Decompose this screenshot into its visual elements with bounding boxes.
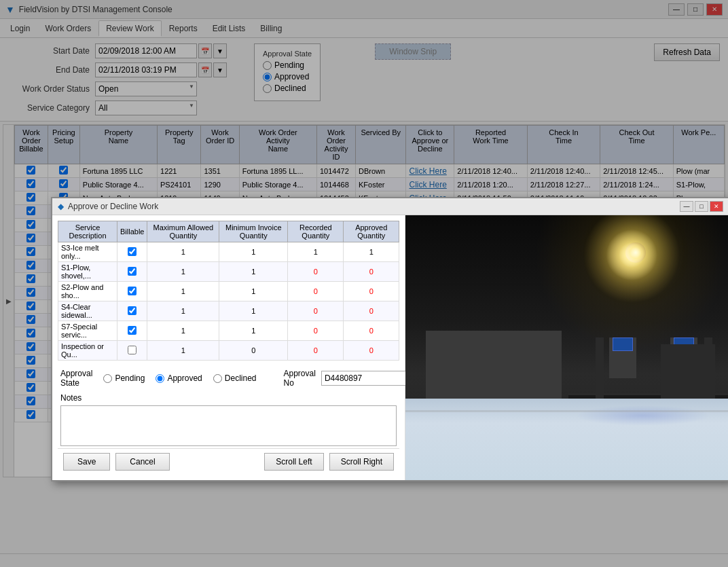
inner-billable-checkbox[interactable] bbox=[128, 306, 136, 315]
min-invoice-cell: 1 bbox=[219, 301, 288, 321]
notes-textarea[interactable] bbox=[60, 405, 397, 446]
inner-table: Service Description Billable Maximum All… bbox=[58, 221, 399, 361]
scroll-left-button[interactable]: Scroll Left bbox=[264, 453, 323, 471]
modal-overlay[interactable]: ◆ Approve or Decline Work — □ ✕ Service … bbox=[0, 0, 728, 567]
recorded-qty-cell: 0 bbox=[288, 341, 344, 361]
min-invoice-cell: 1 bbox=[219, 321, 288, 341]
max-allowed-cell: 1 bbox=[147, 282, 219, 301]
inner-table-row: S7-Special servic... 1 1 0 0 bbox=[58, 321, 399, 341]
max-allowed-cell: 1 bbox=[147, 262, 219, 282]
modal-title-bar: ◆ Approve or Decline Work — □ ✕ bbox=[52, 198, 728, 215]
modal-dialog: ◆ Approve or Decline Work — □ ✕ Service … bbox=[51, 197, 728, 481]
service-desc-cell: S7-Special servic... bbox=[58, 321, 117, 341]
inner-col-recorded: Recorded Quantity bbox=[288, 221, 344, 242]
modal-pending-radio[interactable] bbox=[103, 374, 112, 383]
inner-table-row: S1-Plow, shovel,... 1 1 0 0 bbox=[58, 262, 399, 282]
recorded-qty-cell: 0 bbox=[288, 262, 344, 282]
recorded-qty-cell: 0 bbox=[288, 321, 344, 341]
modal-approved-label: Approved bbox=[167, 373, 202, 383]
max-allowed-cell: 1 bbox=[147, 301, 219, 321]
max-allowed-cell: 1 bbox=[147, 321, 219, 341]
service-desc-cell: Inspection or Qu... bbox=[58, 341, 117, 361]
modal-pending-label: Pending bbox=[115, 373, 145, 383]
recorded-qty-cell: 1 bbox=[288, 242, 344, 262]
site-photo bbox=[405, 215, 728, 480]
approved-qty-cell: 0 bbox=[344, 301, 399, 321]
cancel-button[interactable]: Cancel bbox=[115, 453, 169, 471]
min-invoice-cell: 0 bbox=[219, 341, 288, 361]
save-button[interactable]: Save bbox=[63, 453, 110, 471]
inner-col-desc: Service Description bbox=[58, 221, 117, 242]
service-desc-cell: S1-Plow, shovel,... bbox=[58, 262, 117, 282]
modal-maximize-button[interactable]: □ bbox=[695, 201, 708, 212]
inner-table-row: S2-Plow and sho... 1 1 0 0 bbox=[58, 282, 399, 301]
service-desc-cell: S3-Ice melt only... bbox=[58, 242, 117, 262]
inner-table-row: S4-Clear sidewal... 1 1 0 0 bbox=[58, 301, 399, 321]
recorded-qty-cell: 0 bbox=[288, 301, 344, 321]
inner-col-billable: Billable bbox=[117, 221, 147, 242]
modal-minimize-button[interactable]: — bbox=[680, 201, 693, 212]
min-invoice-cell: 1 bbox=[219, 242, 288, 262]
notes-label: Notes bbox=[60, 393, 397, 403]
max-allowed-cell: 1 bbox=[147, 341, 219, 361]
min-invoice-cell: 1 bbox=[219, 262, 288, 282]
inner-billable-checkbox[interactable] bbox=[128, 326, 136, 335]
max-allowed-cell: 1 bbox=[147, 242, 219, 262]
scroll-right-button[interactable]: Scroll Right bbox=[329, 453, 394, 471]
approved-qty-cell: 0 bbox=[344, 341, 399, 361]
modal-title-icon: ◆ bbox=[58, 202, 64, 211]
inner-table-row: S3-Ice melt only... 1 1 1 1 bbox=[58, 242, 399, 262]
modal-title-text: Approve or Decline Work bbox=[68, 202, 158, 211]
modal-declined-radio[interactable] bbox=[213, 374, 222, 383]
inner-billable-checkbox[interactable] bbox=[128, 247, 136, 256]
modal-approved-radio[interactable] bbox=[156, 374, 164, 383]
approved-qty-cell: 0 bbox=[344, 321, 399, 341]
inner-billable-checkbox[interactable] bbox=[128, 267, 136, 276]
inner-col-max: Maximum Allowed Quantity bbox=[147, 221, 219, 242]
min-invoice-cell: 1 bbox=[219, 282, 288, 301]
service-desc-cell: S2-Plow and sho... bbox=[58, 282, 117, 301]
modal-declined-label: Declined bbox=[225, 373, 257, 383]
inner-col-min: Minimum Invoice Quantity bbox=[219, 221, 288, 242]
inner-table-row: Inspection or Qu... 1 0 0 0 bbox=[58, 341, 399, 361]
approved-qty-cell: 0 bbox=[344, 262, 399, 282]
inner-billable-checkbox[interactable] bbox=[128, 287, 136, 295]
modal-close-button[interactable]: ✕ bbox=[710, 201, 723, 212]
recorded-qty-cell: 0 bbox=[288, 282, 344, 301]
modal-approval-state-label: Approval State bbox=[60, 369, 92, 388]
approved-qty-cell: 1 bbox=[344, 242, 399, 262]
approval-no-label: Approval No bbox=[284, 369, 316, 388]
approved-qty-cell: 0 bbox=[344, 282, 399, 301]
inner-billable-checkbox[interactable] bbox=[128, 346, 136, 354]
service-desc-cell: S4-Clear sidewal... bbox=[58, 301, 117, 321]
inner-col-approved: Approved Quantity bbox=[344, 221, 399, 242]
